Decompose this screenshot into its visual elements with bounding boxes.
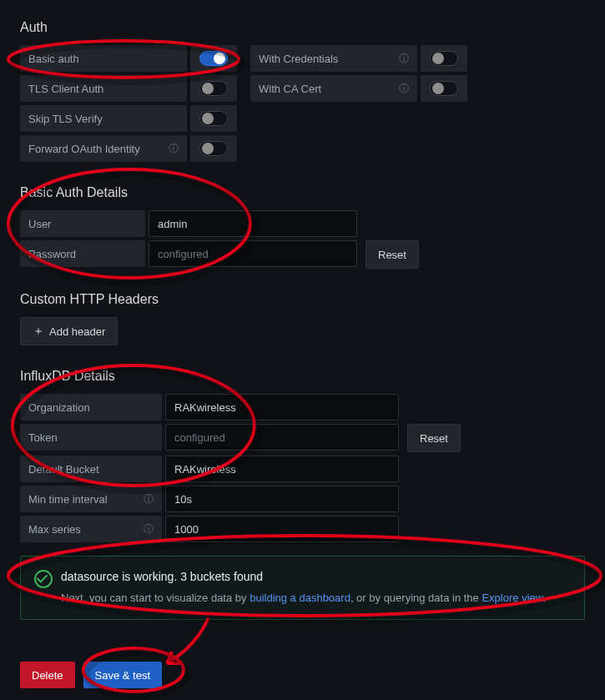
skip-tls-verify-label: Skip TLS Verify	[20, 105, 187, 132]
info-icon[interactable]: ⓘ	[169, 142, 179, 156]
basic-auth-label: Basic auth	[20, 45, 187, 72]
auth-section: Auth Basic auth With Credentials ⓘ TLS C…	[20, 20, 585, 162]
forward-oauth-label: Forward OAuth Identity ⓘ	[20, 135, 187, 162]
default-bucket-input[interactable]: RAKwireless	[165, 456, 399, 482]
influx-details-title: InfluxDB Details	[20, 369, 585, 384]
password-input[interactable]: configured	[149, 240, 357, 267]
alert-message: Next, you can start to visualize data by…	[61, 592, 571, 604]
footer: Delete Save & test	[20, 662, 585, 688]
info-icon[interactable]: ⓘ	[399, 82, 409, 96]
basic-auth-toggle-cell[interactable]	[190, 45, 237, 72]
basic-auth-toggle[interactable]	[199, 51, 228, 66]
influx-details-section: InfluxDB Details Organization RAKwireles…	[20, 369, 585, 542]
delete-button[interactable]: Delete	[20, 662, 75, 688]
min-time-interval-label: Min time interval ⓘ	[20, 486, 162, 512]
datasource-alert: datasource is working. 3 buckets found N…	[20, 556, 585, 620]
with-credentials-toggle-cell[interactable]	[421, 45, 467, 72]
user-input[interactable]: admin	[149, 210, 357, 237]
info-icon[interactable]: ⓘ	[144, 492, 154, 506]
tls-client-auth-toggle[interactable]	[199, 81, 228, 96]
alert-title: datasource is working. 3 buckets found	[61, 570, 571, 583]
with-ca-cert-toggle-cell[interactable]	[421, 75, 467, 102]
skip-tls-verify-toggle-cell[interactable]	[190, 105, 237, 132]
skip-tls-verify-toggle[interactable]	[199, 111, 228, 126]
with-credentials-label: With Credentials ⓘ	[250, 45, 417, 72]
tls-client-auth-toggle-cell[interactable]	[190, 75, 237, 102]
org-input[interactable]: RAKwireless	[165, 394, 399, 421]
info-icon[interactable]: ⓘ	[399, 52, 409, 66]
custom-headers-section: Custom HTTP Headers Add header	[20, 292, 585, 345]
build-dashboard-link[interactable]: building a dashboard	[250, 592, 350, 604]
basic-auth-details-title: Basic Auth Details	[20, 185, 585, 200]
with-ca-cert-toggle[interactable]	[430, 81, 458, 96]
token-reset-button[interactable]: Reset	[407, 424, 461, 452]
save-test-button[interactable]: Save & test	[83, 662, 162, 688]
add-header-button[interactable]: Add header	[20, 317, 118, 345]
forward-oauth-toggle-cell[interactable]	[190, 135, 237, 162]
password-reset-button[interactable]: Reset	[366, 240, 419, 269]
token-label: Token	[20, 424, 162, 451]
forward-oauth-toggle[interactable]	[199, 141, 228, 156]
default-bucket-label: Default Bucket	[20, 456, 162, 482]
token-input[interactable]: configured	[165, 424, 399, 451]
auth-title: Auth	[20, 20, 585, 35]
max-series-label: Max series ⓘ	[20, 516, 162, 542]
org-label: Organization	[20, 394, 162, 421]
info-icon[interactable]: ⓘ	[144, 522, 154, 536]
basic-auth-details-section: Basic Auth Details User admin Password c…	[20, 185, 585, 269]
max-series-input[interactable]: 1000	[165, 516, 399, 542]
with-ca-cert-label: With CA Cert ⓘ	[250, 75, 417, 102]
explore-view-link[interactable]: Explore view	[481, 592, 542, 604]
min-time-interval-input[interactable]: 10s	[165, 486, 399, 512]
user-label: User	[20, 210, 145, 237]
with-credentials-toggle[interactable]	[430, 51, 458, 66]
custom-headers-title: Custom HTTP Headers	[20, 292, 585, 307]
password-label: Password	[20, 240, 145, 267]
tls-client-auth-label: TLS Client Auth	[20, 75, 187, 102]
